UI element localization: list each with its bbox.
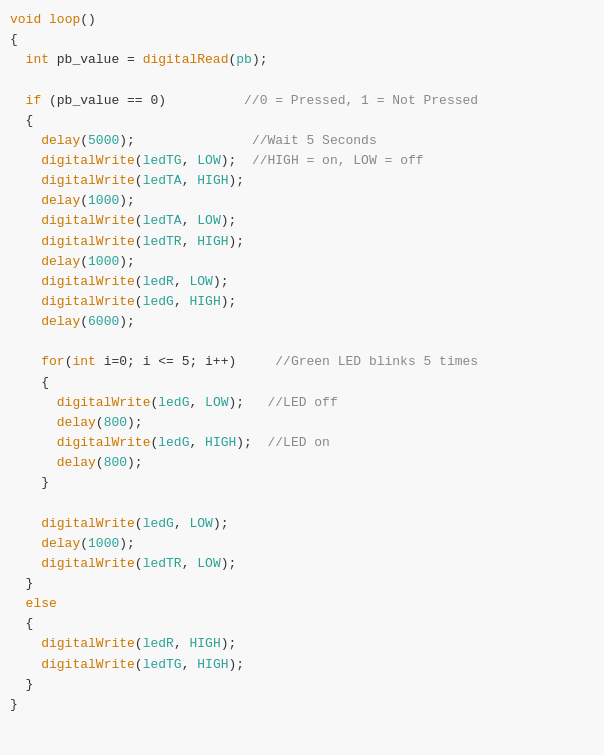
code-line-10: delay(1000); xyxy=(10,191,594,211)
code-line-3: int pb_value = digitalRead(pb); xyxy=(10,50,594,70)
code-line-11: digitalWrite(ledTA, LOW); xyxy=(10,211,594,231)
code-line-5: if (pb_value == 0) //0 = Pressed, 1 = No… xyxy=(10,91,594,111)
code-line-29: } xyxy=(10,574,594,594)
code-line-8: digitalWrite(ledTG, LOW); //HIGH = on, L… xyxy=(10,151,594,171)
code-line-25 xyxy=(10,493,594,513)
code-line-28: digitalWrite(ledTR, LOW); xyxy=(10,554,594,574)
code-line-34: } xyxy=(10,675,594,695)
code-line-1: void loop() xyxy=(10,10,594,30)
code-line-24: } xyxy=(10,473,594,493)
code-line-21: delay(800); xyxy=(10,413,594,433)
code-line-13: delay(1000); xyxy=(10,252,594,272)
code-line-2: { xyxy=(10,30,594,50)
code-line-33: digitalWrite(ledTG, HIGH); xyxy=(10,655,594,675)
code-line-9: digitalWrite(ledTA, HIGH); xyxy=(10,171,594,191)
code-container: void loop() { int pb_value = digitalRead… xyxy=(0,0,604,755)
code-line-7: delay(5000); //Wait 5 Seconds xyxy=(10,131,594,151)
code-line-35: } xyxy=(10,695,594,715)
keyword-void: void xyxy=(10,10,41,30)
code-line-16: delay(6000); xyxy=(10,312,594,332)
code-line-30: else xyxy=(10,594,594,614)
func-loop: loop xyxy=(49,10,80,30)
code-line-14: digitalWrite(ledR, LOW); xyxy=(10,272,594,292)
code-line-27: delay(1000); xyxy=(10,534,594,554)
code-line-12: digitalWrite(ledTR, HIGH); xyxy=(10,232,594,252)
code-line-22: digitalWrite(ledG, HIGH); //LED on xyxy=(10,433,594,453)
code-line-4 xyxy=(10,70,594,90)
code-line-23: delay(800); xyxy=(10,453,594,473)
code-line-20: digitalWrite(ledG, LOW); //LED off xyxy=(10,393,594,413)
code-line-6: { xyxy=(10,111,594,131)
code-line-15: digitalWrite(ledG, HIGH); xyxy=(10,292,594,312)
code-line-18: for(int i=0; i <= 5; i++) //Green LED bl… xyxy=(10,352,594,372)
code-line-32: digitalWrite(ledR, HIGH); xyxy=(10,634,594,654)
code-line-26: digitalWrite(ledG, LOW); xyxy=(10,514,594,534)
code-line-19: { xyxy=(10,373,594,393)
code-line-31: { xyxy=(10,614,594,634)
code-line-17 xyxy=(10,332,594,352)
